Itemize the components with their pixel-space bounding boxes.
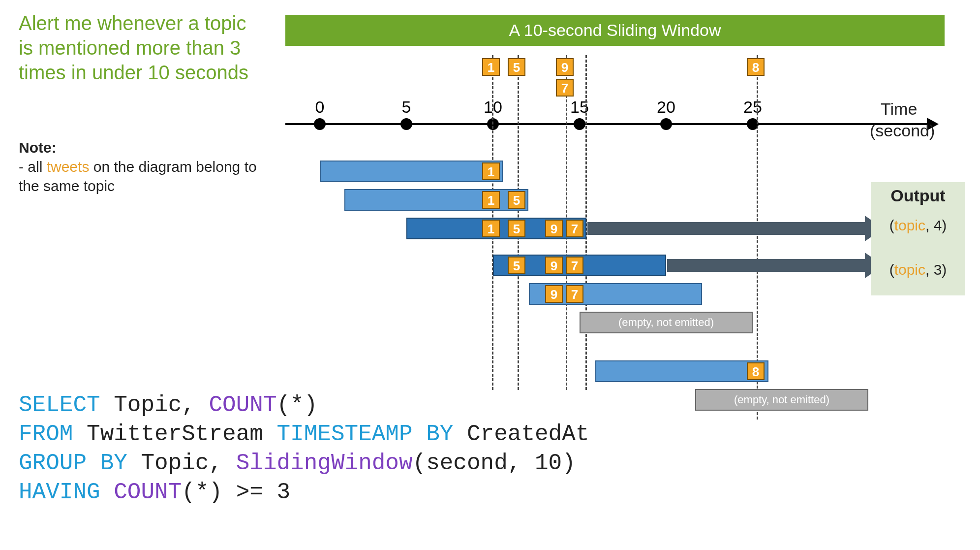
event-token: 1 bbox=[482, 220, 500, 237]
output-row: (topic, 3) bbox=[871, 261, 965, 278]
event-token: 9 bbox=[556, 58, 574, 76]
event-token: 7 bbox=[556, 79, 574, 97]
axis-tick bbox=[314, 118, 326, 130]
axis-caption: Time bbox=[881, 99, 917, 119]
event-token: 9 bbox=[545, 257, 563, 274]
window-bar bbox=[344, 189, 528, 211]
sql-query: SELECT Topic, COUNT(*) FROM TwitterStrea… bbox=[19, 391, 589, 507]
axis-tick-label: 20 bbox=[657, 97, 675, 117]
output-count: 3 bbox=[934, 261, 942, 278]
time-axis-line bbox=[285, 123, 930, 125]
window-bar-empty: (empty, not emitted) bbox=[580, 312, 753, 333]
event-token: 9 bbox=[545, 220, 563, 237]
axis-tick bbox=[660, 118, 672, 130]
event-token: 7 bbox=[566, 220, 583, 237]
window-bar bbox=[320, 161, 503, 182]
window-bar-empty: (empty, not emitted) bbox=[695, 389, 868, 411]
event-token: 7 bbox=[566, 257, 583, 274]
axis-tick-label: 0 bbox=[315, 97, 325, 117]
note-text: Note: - all tweets on the diagram belong… bbox=[19, 138, 260, 195]
output-title: Output bbox=[871, 182, 965, 205]
prompt-text: Alert me whenever a topic is mentioned m… bbox=[19, 11, 265, 85]
output-topic: topic bbox=[894, 217, 925, 233]
output-arrow bbox=[667, 259, 865, 272]
window-bar bbox=[595, 360, 768, 382]
event-token: 1 bbox=[482, 162, 500, 180]
output-panel: Output (topic, 4) (topic, 3) bbox=[871, 182, 965, 295]
axis-tick bbox=[574, 118, 585, 130]
output-arrow bbox=[587, 222, 865, 235]
axis-unit: (second) bbox=[870, 121, 935, 140]
note-tweets: tweets bbox=[47, 159, 90, 175]
window-title-bar: A 10-second Sliding Window bbox=[285, 15, 945, 46]
axis-tick-label: 25 bbox=[743, 97, 762, 117]
event-token: 1 bbox=[482, 58, 500, 76]
event-token: 8 bbox=[747, 58, 765, 76]
event-token: 5 bbox=[508, 220, 525, 237]
axis-tick bbox=[400, 118, 412, 130]
event-token: 9 bbox=[545, 285, 563, 303]
event-token: 8 bbox=[747, 362, 765, 380]
axis-tick-label: 5 bbox=[402, 97, 411, 117]
note-prefix: - all bbox=[19, 159, 47, 175]
event-token: 5 bbox=[508, 58, 525, 76]
output-row: (topic, 4) bbox=[871, 217, 965, 234]
output-topic: topic bbox=[894, 261, 925, 278]
note-label: Note bbox=[19, 139, 52, 156]
event-token: 7 bbox=[566, 285, 583, 303]
output-count: 4 bbox=[934, 217, 942, 233]
event-token: 5 bbox=[508, 191, 525, 209]
event-token: 5 bbox=[508, 257, 525, 274]
event-token: 1 bbox=[482, 191, 500, 209]
